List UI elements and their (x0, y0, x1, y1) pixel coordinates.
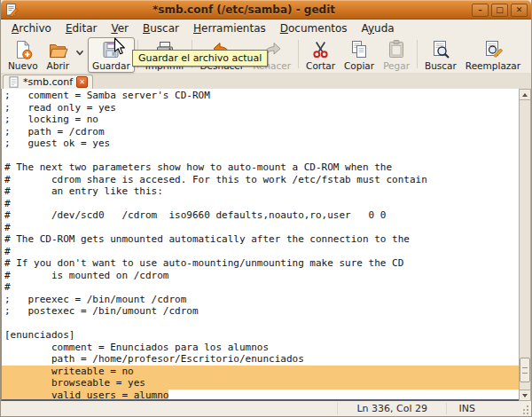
toolbar-label: Cortar (306, 60, 335, 71)
code-line (2, 318, 519, 330)
code-line: ; comment = Samba server's CD-ROM (2, 90, 519, 102)
code-line: # is mounted on /cdrom (2, 270, 519, 282)
tooltip-text: Guardar el archivo actual (138, 52, 262, 64)
replace-icon (482, 39, 504, 60)
open-folder-icon (47, 39, 68, 60)
selected-text: valid users = alumno (2, 389, 168, 402)
menu-buscar[interactable]: Buscar (136, 21, 186, 35)
tab-smb-conf[interactable]: *smb.conf ✕ (3, 75, 93, 89)
code-line (2, 150, 519, 162)
arrow-up-icon (522, 93, 528, 97)
paste-button[interactable]: Pegar (379, 37, 414, 73)
code-line: # an entry like this: (2, 185, 519, 198)
tab-close-button[interactable]: ✕ (76, 76, 88, 88)
code-line: # cdrom share is accesed. For this to wo… (2, 174, 519, 186)
code-line: ; preexec = /bin/mount /cdrom (2, 294, 519, 306)
toolbar-label: Guardar (92, 60, 130, 71)
toolbar: NuevoAbrirGuardarImprimirDeshacerRehacer… (1, 36, 531, 74)
toolbar-label: Buscar (425, 60, 457, 71)
document-icon (8, 76, 20, 88)
text-view[interactable]: ; comment = Samba server's CD-ROM; read … (1, 89, 519, 401)
gedit-icon (4, 3, 19, 17)
code-line: ; postexec = /bin/umount /cdrom (2, 305, 519, 318)
code-line: [enunciados] (2, 329, 519, 342)
minimize-button[interactable]: – (472, 4, 489, 17)
code-line: # (2, 246, 519, 258)
code-line: ; path = /cdrom (2, 126, 519, 138)
gedit-window: *smb.conf (/etc/samba) - gedit – □ ✕ Arc… (0, 0, 532, 417)
close-icon: ✕ (79, 78, 85, 86)
toolbar-label: Nuevo (8, 60, 38, 71)
menu-archivo[interactable]: Archivo (4, 21, 59, 35)
paste-icon (386, 39, 407, 60)
toolbar-label: Copiar (344, 60, 374, 71)
open-dropdown[interactable] (74, 37, 88, 73)
code-line: # The next two parameters show how to au… (2, 161, 519, 174)
resize-grip[interactable] (527, 405, 528, 407)
toolbar-separator (298, 40, 299, 68)
status-separator (337, 403, 338, 414)
code-line: path = /home/profesor/Escritorio/enuncia… (2, 353, 519, 366)
cut-button[interactable]: Cortar (301, 37, 340, 73)
code-line: ; locking = no (2, 114, 519, 126)
open-button[interactable]: Abrir (43, 37, 74, 73)
save-tooltip: Guardar el archivo actual (132, 50, 268, 67)
mouse-cursor-icon (113, 37, 127, 59)
code-line: # (2, 198, 519, 210)
search-button[interactable]: Buscar (420, 37, 461, 73)
minimize-icon: – (478, 5, 482, 14)
editor-area: ; comment = Samba server's CD-ROM; read … (1, 89, 531, 401)
window-title: *smb.conf (/etc/samba) - gedit (19, 4, 469, 16)
tabbar: *smb.conf ✕ (1, 74, 531, 89)
close-icon: ✕ (516, 5, 523, 14)
status-separator (446, 403, 447, 414)
scrollbar-trough[interactable] (520, 99, 530, 390)
code-line: # (2, 222, 519, 234)
code-line: writeable = no (2, 366, 519, 378)
save-button[interactable]: Guardar (88, 37, 135, 73)
toolbar-label: Pegar (383, 60, 410, 71)
code-line: ; read only = yes (2, 102, 519, 114)
toolbar-separator (417, 40, 418, 68)
cut-icon (310, 39, 332, 60)
replace-button[interactable]: Reemplazar (461, 37, 525, 73)
overwrite-mode: INS (459, 403, 475, 414)
code-line: browseable = yes (2, 377, 519, 389)
copy-button[interactable]: Copiar (340, 37, 379, 73)
code-line: # /dev/scd0 /cdrom iso9660 defaults,noau… (2, 209, 519, 222)
dropdown-chevron-icon (74, 47, 85, 58)
menu-ayuda[interactable]: Ayuda (355, 21, 402, 35)
code-line: # The CD-ROM gets unmounted automaticall… (2, 233, 519, 246)
toolbar-label: Abrir (47, 60, 69, 71)
statusbar: Ln 336, Col 29 INS (1, 401, 531, 417)
scrollbar-thumb[interactable] (520, 358, 530, 382)
vertical-scrollbar[interactable] (519, 89, 531, 401)
code-line: # If you don't want to use auto-mounting… (2, 257, 519, 270)
toolbar-label: Reemplazar (466, 60, 520, 71)
tab-title: *smb.conf (23, 76, 73, 88)
cursor-position: Ln 336, Col 29 (356, 403, 427, 414)
search-icon (430, 39, 451, 60)
menu-documentos[interactable]: Documentos (273, 21, 355, 35)
code-line: comment = Enunciados para los alumnos (2, 342, 519, 354)
maximize-icon: □ (496, 5, 504, 14)
menu-editar[interactable]: Editar (59, 21, 105, 35)
scroll-up-button[interactable] (519, 89, 531, 100)
copy-icon (348, 39, 370, 60)
menu-ver[interactable]: Ver (104, 21, 136, 35)
code-line: # (2, 281, 519, 294)
titlebar[interactable]: *smb.conf (/etc/samba) - gedit – □ ✕ (1, 0, 531, 20)
maximize-button[interactable]: □ (491, 4, 508, 17)
arrow-down-icon (522, 394, 528, 397)
new-button[interactable]: Nuevo (4, 37, 43, 73)
code-line: valid users = alumno (2, 389, 519, 402)
scroll-down-button[interactable] (519, 389, 531, 401)
code-line: ; guest ok = yes (2, 138, 519, 150)
new-document-icon (12, 39, 34, 60)
menu-herramientas[interactable]: Herramientas (186, 21, 273, 35)
menubar: ArchivoEditarVerBuscarHerramientasDocume… (1, 20, 531, 36)
close-button[interactable]: ✕ (511, 4, 528, 17)
